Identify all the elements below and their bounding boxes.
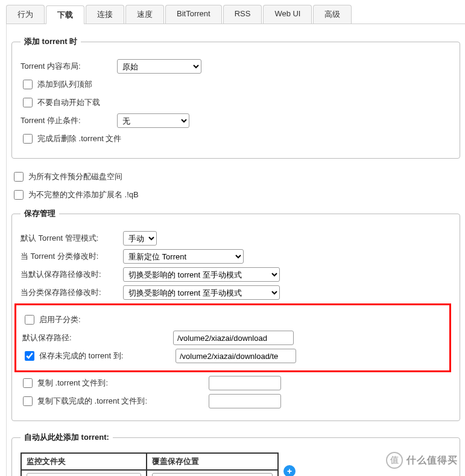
on-default-path-change-label: 当默认保存路径修改时: — [21, 269, 123, 280]
copy-torrent-checkbox[interactable] — [23, 378, 33, 388]
enable-subcategories-checkbox[interactable] — [25, 315, 34, 325]
on-category-path-change-label: 当分类保存路径修改时: — [21, 287, 123, 298]
add-torrent-fieldset: 添加 torrent 时 Torrent 内容布局: 原始 添加到队列顶部 不要… — [11, 36, 460, 159]
default-mode-label: 默认 Torrent 管理模式: — [21, 233, 123, 244]
copy-finished-input[interactable] — [209, 394, 281, 408]
table-header-row: 监控文件夹 覆盖保存位置 — [21, 453, 278, 470]
tab-rss[interactable]: RSS — [223, 5, 262, 24]
stop-condition-label: Torrent 停止条件: — [21, 115, 117, 126]
watermark: 值 什么值得买 — [386, 452, 458, 469]
on-category-change-select[interactable]: 重新定位 Torrent — [123, 249, 244, 264]
downloads-panel: 添加 torrent 时 Torrent 内容布局: 原始 添加到队列顶部 不要… — [6, 24, 465, 476]
watermark-badge-icon: 值 — [386, 452, 403, 469]
add-top-queue-checkbox[interactable] — [23, 80, 33, 89]
incomplete-path-checkbox[interactable] — [25, 351, 34, 361]
incomplete-path-label: 保存未完成的 torrent 到: — [39, 351, 176, 361]
tab-webui[interactable]: Web UI — [263, 5, 312, 24]
copy-finished-label: 复制下载完成的 .torrent 文件到: — [37, 396, 209, 407]
content-layout-label: Torrent 内容布局: — [21, 61, 117, 72]
copy-finished-checkbox[interactable] — [23, 396, 33, 406]
save-management-legend: 保存管理 — [21, 208, 59, 219]
copy-torrent-input[interactable] — [209, 376, 281, 390]
append-ext-checkbox[interactable] — [14, 190, 24, 200]
tab-downloads[interactable]: 下载 — [46, 5, 84, 24]
override-location-select[interactable]: 默认保存位置 — [152, 473, 273, 476]
delete-after-checkbox[interactable] — [23, 134, 33, 144]
add-top-queue-label: 添加到队列顶部 — [37, 79, 92, 90]
on-default-path-change-select[interactable]: 切换受影响的 torrent 至手动模式 — [123, 267, 280, 282]
tab-bittorrent[interactable]: BitTorrent — [165, 5, 222, 24]
preallocate-checkbox[interactable] — [14, 172, 24, 182]
tab-speed[interactable]: 速度 — [125, 5, 164, 24]
auto-add-legend: 自动从此处添加 torrent: — [21, 432, 113, 443]
annotation-highlight: 启用子分类: 默认保存路径: 保存未完成的 torrent 到: — [14, 303, 451, 372]
delete-after-label: 完成后删除 .torrent 文件 — [37, 133, 121, 144]
col-override-header: 覆盖保存位置 — [147, 453, 278, 470]
copy-torrent-label: 复制 .torrent 文件到: — [37, 378, 209, 389]
col-folder-header: 监控文件夹 — [21, 453, 147, 470]
stop-condition-select[interactable]: 无 — [117, 113, 189, 128]
incomplete-path-input[interactable] — [176, 349, 296, 363]
content-layout-select[interactable]: 原始 — [117, 59, 201, 74]
default-save-path-input[interactable] — [173, 331, 294, 345]
settings-tabs: 行为 下载 连接 速度 BitTorrent RSS Web UI 高级 — [6, 5, 465, 24]
no-auto-start-checkbox[interactable] — [23, 98, 33, 107]
watch-folder-input[interactable] — [27, 473, 141, 476]
preallocate-label: 为所有文件预分配磁盘空间 — [28, 171, 122, 182]
on-category-change-label: 当 Torrent 分类修改时: — [21, 251, 123, 262]
default-save-path-label: 默认保存路径: — [22, 332, 173, 343]
table-row: 默认保存位置 — [21, 470, 278, 476]
add-torrent-legend: 添加 torrent 时 — [21, 36, 81, 47]
add-watch-folder-button[interactable]: + — [283, 465, 296, 476]
watch-folders-table: 监控文件夹 覆盖保存位置 默认保存位置 — [21, 452, 279, 476]
tab-connection[interactable]: 连接 — [86, 5, 124, 24]
default-mode-select[interactable]: 手动 — [123, 231, 157, 246]
plus-icon: + — [287, 466, 292, 476]
watermark-text: 什么值得买 — [406, 454, 458, 467]
tab-advanced[interactable]: 高级 — [313, 5, 352, 24]
append-ext-label: 为不完整的文件添加扩展名 .!qB — [28, 189, 139, 200]
on-category-path-change-select[interactable]: 切换受影响的 torrent 至手动模式 — [123, 285, 280, 300]
save-management-fieldset: 保存管理 默认 Torrent 管理模式: 手动 当 Torrent 分类修改时… — [11, 208, 460, 421]
enable-subcategories-label: 启用子分类: — [39, 314, 81, 325]
no-auto-start-label: 不要自动开始下载 — [37, 97, 100, 108]
tab-behavior[interactable]: 行为 — [6, 5, 45, 24]
